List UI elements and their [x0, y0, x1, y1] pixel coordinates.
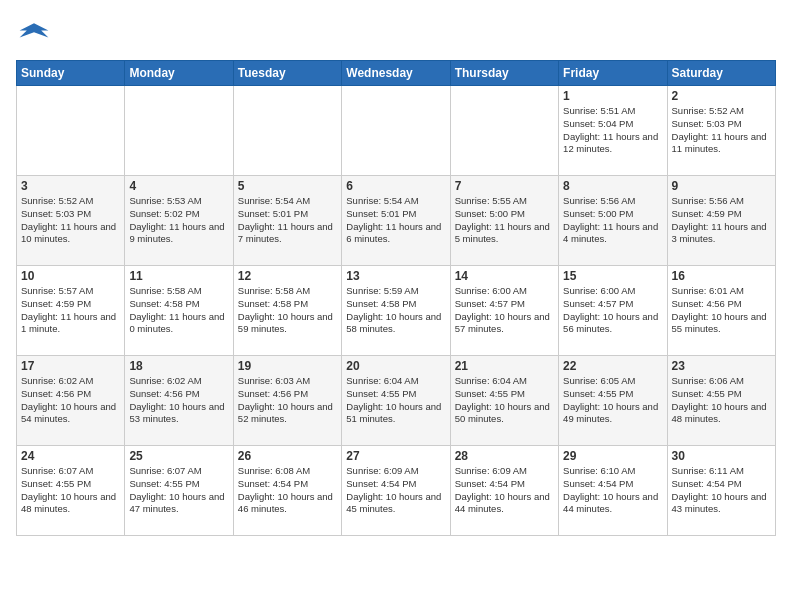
calendar-week-row: 10Sunrise: 5:57 AM Sunset: 4:59 PM Dayli… [17, 266, 776, 356]
cell-content: Sunrise: 5:56 AM Sunset: 5:00 PM Dayligh… [563, 195, 662, 246]
cell-content: Sunrise: 5:51 AM Sunset: 5:04 PM Dayligh… [563, 105, 662, 156]
day-number: 14 [455, 269, 554, 283]
calendar-cell: 1Sunrise: 5:51 AM Sunset: 5:04 PM Daylig… [559, 86, 667, 176]
calendar-header-row: SundayMondayTuesdayWednesdayThursdayFrid… [17, 61, 776, 86]
day-number: 7 [455, 179, 554, 193]
calendar-cell: 14Sunrise: 6:00 AM Sunset: 4:57 PM Dayli… [450, 266, 558, 356]
cell-content: Sunrise: 5:54 AM Sunset: 5:01 PM Dayligh… [346, 195, 445, 246]
cell-content: Sunrise: 6:06 AM Sunset: 4:55 PM Dayligh… [672, 375, 771, 426]
svg-marker-1 [20, 23, 49, 37]
cell-content: Sunrise: 5:58 AM Sunset: 4:58 PM Dayligh… [129, 285, 228, 336]
cell-content: Sunrise: 5:53 AM Sunset: 5:02 PM Dayligh… [129, 195, 228, 246]
calendar-cell: 20Sunrise: 6:04 AM Sunset: 4:55 PM Dayli… [342, 356, 450, 446]
cell-content: Sunrise: 6:00 AM Sunset: 4:57 PM Dayligh… [455, 285, 554, 336]
day-number: 1 [563, 89, 662, 103]
calendar-cell: 16Sunrise: 6:01 AM Sunset: 4:56 PM Dayli… [667, 266, 775, 356]
day-number: 22 [563, 359, 662, 373]
calendar-cell: 7Sunrise: 5:55 AM Sunset: 5:00 PM Daylig… [450, 176, 558, 266]
calendar-cell [17, 86, 125, 176]
day-number: 2 [672, 89, 771, 103]
day-number: 13 [346, 269, 445, 283]
calendar-cell: 2Sunrise: 5:52 AM Sunset: 5:03 PM Daylig… [667, 86, 775, 176]
page-header [16, 16, 776, 52]
day-number: 24 [21, 449, 120, 463]
cell-content: Sunrise: 5:55 AM Sunset: 5:00 PM Dayligh… [455, 195, 554, 246]
calendar-week-row: 17Sunrise: 6:02 AM Sunset: 4:56 PM Dayli… [17, 356, 776, 446]
calendar-week-row: 1Sunrise: 5:51 AM Sunset: 5:04 PM Daylig… [17, 86, 776, 176]
calendar-cell: 29Sunrise: 6:10 AM Sunset: 4:54 PM Dayli… [559, 446, 667, 536]
cell-content: Sunrise: 6:07 AM Sunset: 4:55 PM Dayligh… [21, 465, 120, 516]
calendar-cell: 22Sunrise: 6:05 AM Sunset: 4:55 PM Dayli… [559, 356, 667, 446]
cell-content: Sunrise: 6:09 AM Sunset: 4:54 PM Dayligh… [346, 465, 445, 516]
calendar-cell: 15Sunrise: 6:00 AM Sunset: 4:57 PM Dayli… [559, 266, 667, 356]
cell-content: Sunrise: 6:05 AM Sunset: 4:55 PM Dayligh… [563, 375, 662, 426]
day-number: 15 [563, 269, 662, 283]
logo-icon [16, 16, 52, 52]
cell-content: Sunrise: 5:56 AM Sunset: 4:59 PM Dayligh… [672, 195, 771, 246]
day-header-monday: Monday [125, 61, 233, 86]
day-header-wednesday: Wednesday [342, 61, 450, 86]
day-number: 16 [672, 269, 771, 283]
cell-content: Sunrise: 5:54 AM Sunset: 5:01 PM Dayligh… [238, 195, 337, 246]
day-number: 20 [346, 359, 445, 373]
calendar-cell [342, 86, 450, 176]
day-number: 25 [129, 449, 228, 463]
cell-content: Sunrise: 5:57 AM Sunset: 4:59 PM Dayligh… [21, 285, 120, 336]
day-number: 9 [672, 179, 771, 193]
calendar-cell: 13Sunrise: 5:59 AM Sunset: 4:58 PM Dayli… [342, 266, 450, 356]
day-number: 8 [563, 179, 662, 193]
cell-content: Sunrise: 6:09 AM Sunset: 4:54 PM Dayligh… [455, 465, 554, 516]
cell-content: Sunrise: 6:07 AM Sunset: 4:55 PM Dayligh… [129, 465, 228, 516]
day-header-sunday: Sunday [17, 61, 125, 86]
day-number: 17 [21, 359, 120, 373]
calendar-cell: 11Sunrise: 5:58 AM Sunset: 4:58 PM Dayli… [125, 266, 233, 356]
calendar-cell: 26Sunrise: 6:08 AM Sunset: 4:54 PM Dayli… [233, 446, 341, 536]
cell-content: Sunrise: 6:10 AM Sunset: 4:54 PM Dayligh… [563, 465, 662, 516]
calendar-week-row: 3Sunrise: 5:52 AM Sunset: 5:03 PM Daylig… [17, 176, 776, 266]
calendar-cell: 18Sunrise: 6:02 AM Sunset: 4:56 PM Dayli… [125, 356, 233, 446]
day-number: 29 [563, 449, 662, 463]
day-number: 5 [238, 179, 337, 193]
calendar-cell: 4Sunrise: 5:53 AM Sunset: 5:02 PM Daylig… [125, 176, 233, 266]
day-header-thursday: Thursday [450, 61, 558, 86]
cell-content: Sunrise: 5:52 AM Sunset: 5:03 PM Dayligh… [21, 195, 120, 246]
cell-content: Sunrise: 6:02 AM Sunset: 4:56 PM Dayligh… [129, 375, 228, 426]
calendar-cell: 5Sunrise: 5:54 AM Sunset: 5:01 PM Daylig… [233, 176, 341, 266]
day-number: 10 [21, 269, 120, 283]
calendar-cell: 19Sunrise: 6:03 AM Sunset: 4:56 PM Dayli… [233, 356, 341, 446]
cell-content: Sunrise: 6:04 AM Sunset: 4:55 PM Dayligh… [346, 375, 445, 426]
cell-content: Sunrise: 6:01 AM Sunset: 4:56 PM Dayligh… [672, 285, 771, 336]
calendar-cell: 21Sunrise: 6:04 AM Sunset: 4:55 PM Dayli… [450, 356, 558, 446]
day-number: 27 [346, 449, 445, 463]
calendar-cell: 6Sunrise: 5:54 AM Sunset: 5:01 PM Daylig… [342, 176, 450, 266]
day-number: 18 [129, 359, 228, 373]
calendar-cell [233, 86, 341, 176]
day-number: 12 [238, 269, 337, 283]
day-number: 6 [346, 179, 445, 193]
calendar-week-row: 24Sunrise: 6:07 AM Sunset: 4:55 PM Dayli… [17, 446, 776, 536]
cell-content: Sunrise: 6:11 AM Sunset: 4:54 PM Dayligh… [672, 465, 771, 516]
calendar-cell: 30Sunrise: 6:11 AM Sunset: 4:54 PM Dayli… [667, 446, 775, 536]
calendar-cell: 28Sunrise: 6:09 AM Sunset: 4:54 PM Dayli… [450, 446, 558, 536]
calendar-cell [450, 86, 558, 176]
calendar-cell: 24Sunrise: 6:07 AM Sunset: 4:55 PM Dayli… [17, 446, 125, 536]
calendar-table: SundayMondayTuesdayWednesdayThursdayFrid… [16, 60, 776, 536]
calendar-cell: 8Sunrise: 5:56 AM Sunset: 5:00 PM Daylig… [559, 176, 667, 266]
day-header-friday: Friday [559, 61, 667, 86]
cell-content: Sunrise: 5:59 AM Sunset: 4:58 PM Dayligh… [346, 285, 445, 336]
day-number: 3 [21, 179, 120, 193]
calendar-cell: 23Sunrise: 6:06 AM Sunset: 4:55 PM Dayli… [667, 356, 775, 446]
day-number: 11 [129, 269, 228, 283]
day-number: 19 [238, 359, 337, 373]
day-number: 30 [672, 449, 771, 463]
cell-content: Sunrise: 5:58 AM Sunset: 4:58 PM Dayligh… [238, 285, 337, 336]
cell-content: Sunrise: 5:52 AM Sunset: 5:03 PM Dayligh… [672, 105, 771, 156]
calendar-cell: 12Sunrise: 5:58 AM Sunset: 4:58 PM Dayli… [233, 266, 341, 356]
cell-content: Sunrise: 6:00 AM Sunset: 4:57 PM Dayligh… [563, 285, 662, 336]
day-header-tuesday: Tuesday [233, 61, 341, 86]
day-number: 28 [455, 449, 554, 463]
calendar-cell: 3Sunrise: 5:52 AM Sunset: 5:03 PM Daylig… [17, 176, 125, 266]
calendar-cell: 25Sunrise: 6:07 AM Sunset: 4:55 PM Dayli… [125, 446, 233, 536]
calendar-cell: 27Sunrise: 6:09 AM Sunset: 4:54 PM Dayli… [342, 446, 450, 536]
cell-content: Sunrise: 6:03 AM Sunset: 4:56 PM Dayligh… [238, 375, 337, 426]
